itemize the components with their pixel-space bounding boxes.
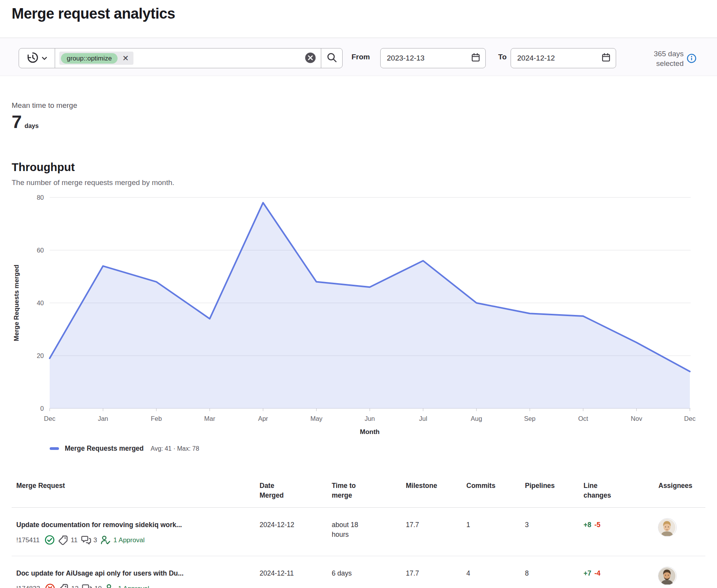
date-merged-cell: 2024-12-12 xyxy=(260,520,332,530)
comments-icon xyxy=(81,535,91,545)
x-axis-tick-label: Dec xyxy=(44,415,55,422)
from-date-value: 2023-12-13 xyxy=(387,54,424,62)
commits-cell: 1 xyxy=(466,520,525,530)
metric-unit: days xyxy=(24,123,38,130)
comments-count: 3 xyxy=(81,535,97,545)
assignee-avatar[interactable] xyxy=(658,567,676,585)
time-to-merge-cell: about 18 hours xyxy=(332,520,406,540)
merge-request-cell: Doc update for AiUsage api only for user… xyxy=(12,569,260,588)
filter-token-value: group::optimize xyxy=(61,53,118,64)
approvals-badge: 1 Approval xyxy=(105,583,149,588)
tag-icon xyxy=(58,535,68,545)
merge-request-title-link[interactable]: Update documentation for removing sideki… xyxy=(16,520,248,530)
y-axis-title: Merge Requests merged xyxy=(13,265,20,341)
token-remove-button[interactable]: ✕ xyxy=(118,54,133,62)
filter-bar: group::optimize ✕ From 2023-12-13 xyxy=(0,38,717,76)
comments-icon xyxy=(82,583,92,588)
metric-value: 7 xyxy=(12,112,22,131)
merge-request-meta: !175411 11 3 1 Approval xyxy=(16,535,248,545)
x-axis-tick-label: May xyxy=(310,415,323,422)
y-axis-tick-label: 60 xyxy=(37,247,44,254)
x-axis-tick-label: Apr xyxy=(258,415,268,422)
table-header-row: Merge RequestDate MergedTime to mergeMil… xyxy=(12,479,705,508)
pipeline-status-success[interactable] xyxy=(45,535,55,545)
assignee-avatar-image xyxy=(658,567,675,585)
assignees-cell xyxy=(658,520,705,539)
merge-request-title-link[interactable]: Doc update for AiUsage api only for user… xyxy=(16,569,248,578)
filter-token-group-optimize[interactable]: group::optimize ✕ xyxy=(59,52,133,65)
column-header-time-to-merge: Time to merge xyxy=(332,481,406,507)
throughput-description: The number of merge requests merged by m… xyxy=(12,178,174,187)
time-to-merge-cell: 6 days xyxy=(332,569,406,578)
metric-label: Mean time to merge xyxy=(12,101,77,110)
page-title: Merge request analytics xyxy=(12,5,175,22)
y-axis-tick-label: 20 xyxy=(37,352,44,359)
calendar-icon xyxy=(601,53,611,64)
merge-request-cell: Update documentation for removing sideki… xyxy=(12,520,260,545)
from-date-label: From xyxy=(352,53,370,61)
column-header-assignees: Assignees xyxy=(658,481,705,498)
y-axis-tick-label: 80 xyxy=(37,194,44,201)
x-axis-tick-label: Aug xyxy=(471,415,482,422)
throughput-chart: 020406080DecJanFebMarAprMayJunJulAugSepO… xyxy=(12,190,705,442)
y-axis-tick-label: 40 xyxy=(37,299,44,306)
days-selected-text: 365 days selected xyxy=(629,49,684,68)
check-circle-icon xyxy=(45,535,55,545)
clear-circle-icon xyxy=(305,52,316,65)
y-axis-tick-label: 0 xyxy=(40,405,44,412)
clear-search-button[interactable] xyxy=(303,52,321,65)
merge-requests-table: Merge RequestDate MergedTime to mergeMil… xyxy=(12,479,705,588)
to-date-label: To xyxy=(498,53,507,61)
milestone-cell: 17.7 xyxy=(406,569,466,578)
search-submit-button[interactable] xyxy=(321,48,342,68)
x-axis-tick-label: Sep xyxy=(524,415,535,422)
legend-series-stats: Avg: 41 · Max: 78 xyxy=(151,445,199,452)
merge-request-id: !174833 xyxy=(16,584,40,588)
x-axis-tick-label: Jun xyxy=(365,415,375,422)
area-fill xyxy=(50,203,690,408)
user-check-icon xyxy=(105,583,115,588)
table-body: Update documentation for removing sideki… xyxy=(12,508,705,588)
commits-cell: 4 xyxy=(466,569,525,578)
x-axis-tick-label: Dec xyxy=(684,415,695,422)
assignee-avatar-image xyxy=(658,519,675,536)
column-header-pipelines: Pipelines xyxy=(525,481,584,498)
mean-time-to-merge-metric: 7 days xyxy=(12,112,39,131)
user-check-icon xyxy=(100,535,111,545)
chevron-down-icon xyxy=(42,55,47,62)
legend-series-label: Merge Requests merged xyxy=(65,444,144,453)
legend-series-dash-icon xyxy=(50,447,59,450)
merge-request-row: Update documentation for removing sideki… xyxy=(12,508,705,556)
x-axis-tick-label: Mar xyxy=(204,415,215,422)
milestone-cell: 17.7 xyxy=(406,520,466,530)
calendar-icon xyxy=(471,53,480,64)
pipelines-cell: 3 xyxy=(525,520,584,530)
assignee-avatar[interactable] xyxy=(658,519,676,536)
column-header-commits: Commits xyxy=(466,481,525,498)
approvals-badge: 1 Approval xyxy=(100,535,144,545)
labels-count: 12 xyxy=(59,583,78,588)
pipeline-status-failed[interactable] xyxy=(45,583,55,588)
x-axis-title: Month xyxy=(360,428,380,436)
range-info-button[interactable] xyxy=(687,54,696,64)
to-date-input[interactable]: 2024-12-12 xyxy=(511,48,616,68)
x-axis-tick-label: Jan xyxy=(98,415,108,422)
merge-request-meta: !174833 12 10 1 Approval xyxy=(16,583,248,588)
line-changes-cell: +7-4 xyxy=(584,569,658,578)
search-history-button[interactable] xyxy=(19,48,55,68)
column-header-date-merged: Date Merged xyxy=(260,481,332,507)
search-input-area[interactable]: group::optimize ✕ xyxy=(55,48,303,68)
from-date-input[interactable]: 2023-12-13 xyxy=(380,48,486,68)
history-clock-icon xyxy=(27,52,38,65)
column-header-milestone: Milestone xyxy=(406,481,466,498)
pipelines-cell: 8 xyxy=(525,569,584,578)
info-circle-icon xyxy=(687,59,696,64)
x-axis-tick-label: Feb xyxy=(151,415,162,422)
legend-item-merge-requests-merged[interactable]: Merge Requests merged Avg: 41 · Max: 78 xyxy=(50,444,199,453)
merge-request-row: Doc update for AiUsage api only for user… xyxy=(12,556,705,588)
line-changes-cell: +8-5 xyxy=(584,520,658,530)
tag-icon xyxy=(59,583,69,588)
filtered-search-box: group::optimize ✕ xyxy=(19,48,343,68)
merge-request-analytics-page: Merge request analytics group::optimize xyxy=(0,0,717,588)
x-axis-tick-label: Jul xyxy=(419,415,427,422)
